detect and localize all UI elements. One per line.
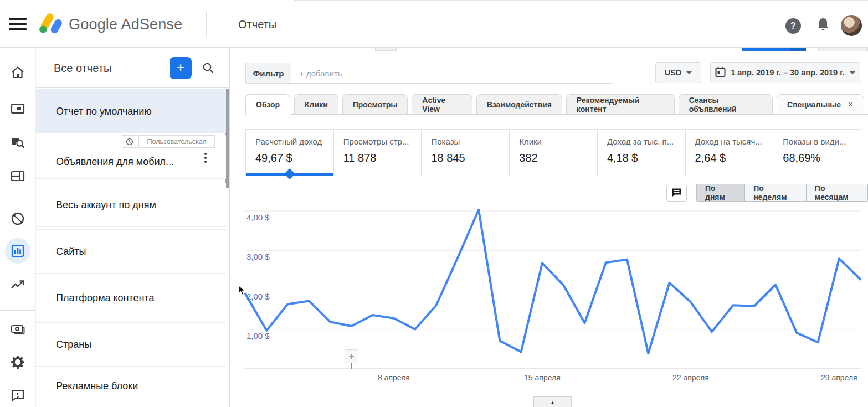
svg-text:4,00 $: 4,00 $ — [246, 213, 270, 222]
notifications-icon[interactable] — [816, 17, 830, 36]
sites-icon[interactable] — [10, 168, 25, 184]
partial-button[interactable] — [375, 48, 397, 51]
rail-divider — [0, 195, 35, 195]
blocking-controls-icon[interactable] — [10, 211, 25, 226]
chevron-down-icon — [686, 71, 692, 74]
svg-text:1,00 $: 1,00 $ — [246, 331, 270, 341]
comment-icon — [671, 188, 682, 198]
main-content: Фильтр USD 1 апр. 2019 г. – 30 апр. 2019… — [230, 48, 868, 407]
svg-text:15 апреля: 15 апреля — [524, 373, 561, 382]
metric-impression-rpm[interactable]: Доход на тысяч... 2,64 $ — [686, 130, 774, 176]
granularity-by-day[interactable]: По дням — [697, 184, 744, 201]
currency-select[interactable]: USD — [655, 62, 701, 83]
tab-recommended-content[interactable]: Рекомендуемый контент — [566, 94, 675, 115]
metric-cards: Расчетный доход 49,67 $ Просмотры стр...… — [245, 129, 861, 176]
partial-primary-button[interactable] — [742, 48, 806, 51]
report-item[interactable]: Сайты — [36, 229, 226, 274]
header-divider — [206, 12, 207, 37]
window-top-edge — [294, 0, 868, 1]
metric-viewability[interactable]: Показы в види... 68,69% — [773, 130, 861, 176]
brand-name: Google AdSense — [69, 16, 182, 33]
tab-custom[interactable]: Специальные ✕ — [777, 94, 864, 115]
reports-icon[interactable] — [10, 243, 25, 259]
granularity-switch: По дням По неделям По месяцам — [696, 184, 868, 202]
filter-bar: Фильтр — [245, 63, 613, 84]
tab-views[interactable]: Просмотры — [342, 94, 408, 115]
metric-rpm[interactable]: Доход за тыс. п... 4,18 $ — [598, 130, 686, 176]
app-header: Google AdSense Отчеты ? — [0, 0, 868, 48]
report-item[interactable]: Страны — [36, 322, 226, 367]
filter-input[interactable] — [291, 63, 613, 83]
annotation-plus-button[interactable]: + — [345, 349, 358, 363]
reports-panel-title: Все отчеты — [54, 62, 111, 75]
report-tabs: Обзор Клики Просмотры Active View Взаимо… — [245, 94, 868, 115]
adsense-logo-icon[interactable] — [38, 12, 65, 39]
report-item-custom[interactable]: Пользовательская Объявления для мобил... — [36, 135, 226, 179]
add-report-button[interactable]: + — [170, 57, 192, 79]
scroll-up-button[interactable]: ▲ — [533, 396, 572, 407]
partial-button[interactable] — [818, 48, 868, 51]
rail-divider — [0, 310, 35, 311]
metric-clicks[interactable]: Клики 382 — [510, 130, 598, 176]
custom-report-badge: Пользовательская — [138, 135, 215, 148]
ad-units-icon[interactable] — [10, 101, 25, 116]
panel-divider — [36, 87, 229, 88]
svg-text:29 апреля: 29 апреля — [821, 373, 857, 382]
svg-text:22 апреля: 22 апреля — [672, 373, 709, 382]
feedback-icon[interactable] — [10, 388, 25, 403]
tab-clicks[interactable]: Клики — [294, 94, 338, 115]
svg-text:2,00 $: 2,00 $ — [246, 292, 270, 301]
revenue-line-chart: 1,00 $2,00 $3,00 $4,00 $8 апреля15 апрел… — [230, 208, 868, 390]
avatar[interactable] — [841, 15, 862, 36]
tab-ad-sessions[interactable]: Сеансы объявлений — [679, 94, 773, 115]
granularity-by-week[interactable]: По неделям — [744, 184, 806, 201]
page-title: Отчеты — [238, 18, 276, 31]
report-item-default[interactable]: Отчет по умолчанию — [36, 89, 226, 133]
mouse-cursor — [238, 286, 245, 297]
ad-review-icon[interactable] — [10, 135, 25, 150]
optimization-icon[interactable] — [10, 277, 25, 293]
granularity-by-month[interactable]: По месяцам — [806, 184, 867, 201]
tab-interactions[interactable]: Взаимодействия — [476, 94, 562, 115]
more-options-icon[interactable] — [202, 151, 209, 165]
payments-icon[interactable] — [10, 322, 25, 337]
filter-label: Фильтр — [246, 63, 291, 83]
nav-rail — [0, 48, 35, 407]
clock-icon — [122, 135, 137, 148]
date-range-picker[interactable]: 1 апр. 2019 г. – 30 апр. 2019 г. — [710, 62, 860, 83]
report-item[interactable]: Весь аккаунт по дням — [36, 183, 226, 227]
metric-impressions[interactable]: Показы 18 845 — [422, 130, 510, 176]
settings-icon[interactable] — [10, 354, 25, 370]
chevron-down-icon — [850, 71, 855, 74]
metric-page-views[interactable]: Просмотры стр... 11 878 — [334, 130, 422, 176]
tab-active-view[interactable]: Active View — [412, 94, 472, 115]
report-item[interactable]: Платформа контента — [36, 276, 226, 320]
annotations-button[interactable] — [666, 184, 687, 202]
svg-text:3,00 $: 3,00 $ — [246, 252, 270, 261]
svg-text:8 апреля: 8 апреля — [378, 373, 410, 382]
close-icon[interactable]: ✕ — [848, 100, 854, 109]
calendar-icon — [715, 66, 726, 79]
report-item[interactable]: Рекламные блоки — [36, 369, 226, 403]
help-icon[interactable]: ? — [785, 18, 801, 34]
menu-icon[interactable] — [9, 18, 27, 30]
tab-overview[interactable]: Обзор — [245, 94, 290, 115]
home-icon[interactable] — [10, 65, 25, 80]
reports-sidebar: Все отчеты + Отчет по умолчанию Пользова… — [35, 48, 230, 407]
search-icon[interactable] — [202, 61, 215, 77]
metric-estimated-earnings[interactable]: Расчетный доход 49,67 $ — [246, 130, 334, 176]
adsense-reports-page: Google AdSense Отчеты ? — [0, 0, 868, 407]
